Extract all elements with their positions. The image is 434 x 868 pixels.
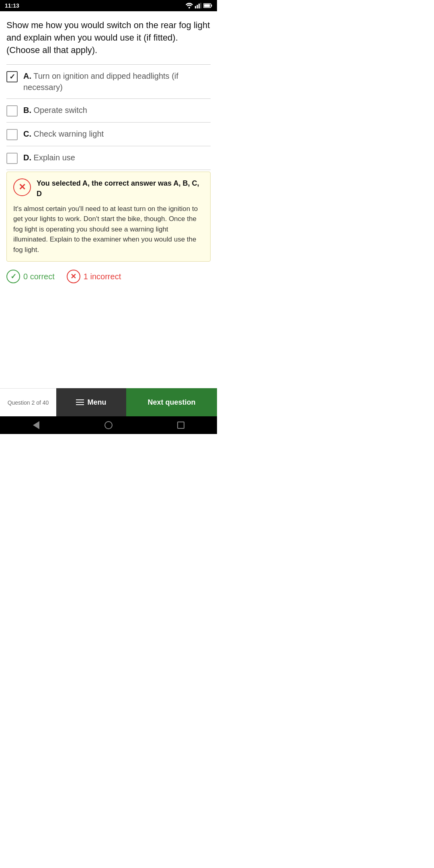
options-list: A. Turn on ignition and dipped headlight… — [6, 65, 211, 170]
home-icon — [104, 421, 113, 429]
next-question-button[interactable]: Next question — [126, 388, 217, 416]
nav-recents-button[interactable] — [174, 418, 188, 432]
menu-button[interactable]: Menu — [56, 388, 126, 416]
option-item-b[interactable]: B. Operate switch — [6, 99, 211, 123]
svg-rect-3 — [199, 4, 200, 8]
score-incorrect-text: 1 incorrect — [84, 272, 121, 281]
score-correct-icon: ✓ — [6, 270, 20, 283]
next-question-label: Next question — [147, 398, 195, 407]
score-incorrect-item: ✕ 1 incorrect — [67, 270, 121, 283]
score-correct-text: 0 correct — [23, 272, 55, 281]
score-correct-item: ✓ 0 correct — [6, 270, 55, 283]
bottom-bar: Question 2 of 40 Menu Next question — [0, 388, 217, 416]
checkbox-d[interactable] — [6, 153, 18, 164]
option-item-d[interactable]: D. Explain use — [6, 146, 211, 170]
checkbox-b[interactable] — [6, 105, 18, 117]
feedback-title: You selected A, the correct answer was A… — [37, 178, 204, 199]
option-label-a: A. Turn on ignition and dipped headlight… — [23, 70, 211, 93]
option-label-c: C. Check warning light — [23, 128, 104, 139]
svg-rect-2 — [197, 5, 198, 8]
checkbox-c[interactable] — [6, 129, 18, 140]
score-row: ✓ 0 correct ✕ 1 incorrect — [6, 262, 211, 290]
back-icon — [33, 421, 39, 429]
menu-label: Menu — [87, 398, 106, 407]
signal-icon — [195, 3, 201, 8]
hamburger-icon — [76, 399, 84, 405]
svg-point-0 — [188, 7, 190, 8]
score-incorrect-icon: ✕ — [67, 270, 80, 283]
svg-rect-6 — [204, 4, 210, 7]
status-bar: 11:13 — [0, 0, 217, 11]
option-label-d: D. Explain use — [23, 152, 75, 163]
main-content: Show me how you would switch on the rear… — [0, 11, 217, 388]
feedback-box: ✕ You selected A, the correct answer was… — [6, 172, 211, 262]
svg-rect-1 — [195, 6, 196, 8]
option-label-b: B. Operate switch — [23, 104, 87, 116]
nav-home-button[interactable] — [101, 418, 116, 432]
recents-icon — [177, 422, 184, 429]
feedback-body: It's almost certain you'll need to at le… — [13, 204, 204, 255]
battery-icon — [203, 3, 212, 8]
status-time: 11:13 — [5, 2, 19, 9]
feedback-incorrect-icon: ✕ — [13, 178, 31, 196]
nav-bar — [0, 416, 217, 434]
question-counter-text: Question 2 of 40 — [8, 399, 49, 406]
option-item-c[interactable]: C. Check warning light — [6, 123, 211, 146]
nav-back-button[interactable] — [29, 418, 43, 432]
status-icons — [186, 3, 212, 8]
wifi-icon — [186, 3, 193, 8]
checkbox-a[interactable] — [6, 71, 18, 82]
svg-rect-4 — [201, 3, 202, 8]
svg-rect-7 — [211, 5, 212, 7]
question-counter: Question 2 of 40 — [0, 388, 56, 416]
question-text: Show me how you would switch on the rear… — [6, 19, 211, 56]
feedback-header: ✕ You selected A, the correct answer was… — [13, 178, 204, 199]
option-item-a[interactable]: A. Turn on ignition and dipped headlight… — [6, 65, 211, 99]
